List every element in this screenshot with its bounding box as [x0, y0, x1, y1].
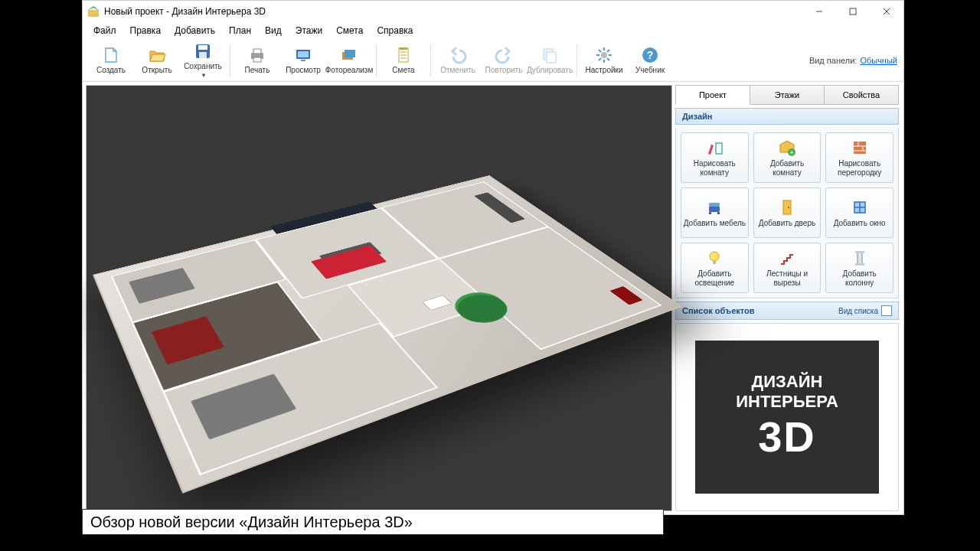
draw-room-button[interactable]: Нарисовать комнату	[681, 132, 749, 183]
design-grid: Нарисовать комнату +Добавить комнату Нар…	[675, 128, 899, 298]
listview-label[interactable]: Вид списка	[838, 307, 878, 315]
svg-rect-8	[199, 52, 207, 58]
draw-partition-button[interactable]: Нарисовать перегородку	[825, 132, 893, 183]
svg-rect-3	[850, 8, 856, 15]
stairs-cutouts-button[interactable]: Лестницы и вырезы	[753, 243, 822, 293]
add-furniture-button[interactable]: Добавить мебель	[681, 187, 749, 238]
svg-rect-11	[253, 57, 261, 62]
svg-rect-7	[198, 45, 207, 50]
titlebar: Новый проект - Дизайн Интерьера 3D	[83, 1, 903, 22]
svg-line-29	[599, 50, 601, 52]
svg-point-49	[788, 207, 789, 208]
svg-rect-54	[713, 261, 716, 264]
svg-rect-10	[253, 49, 261, 54]
add-lighting-button[interactable]: Добавить освещение	[681, 243, 749, 293]
menu-estimate[interactable]: Смета	[330, 24, 369, 37]
menu-file[interactable]: Файл	[87, 24, 122, 37]
add-room-button[interactable]: +Добавить комнату	[753, 132, 822, 183]
menubar: Файл Правка Добавить План Вид Этажи Смет…	[83, 22, 903, 39]
svg-rect-55	[858, 252, 862, 264]
svg-rect-23	[547, 52, 556, 63]
panel-mode-link[interactable]: Обычный	[860, 56, 897, 65]
promo-logo: ДИЗАЙНИНТЕРЬЕРА 3D	[695, 341, 878, 494]
menu-edit[interactable]: Правка	[124, 24, 168, 37]
svg-point-53	[710, 252, 719, 261]
svg-rect-48	[783, 201, 791, 214]
side-panel: Проект Этажи Свойства Дизайн Нарисовать …	[674, 82, 903, 514]
svg-rect-44	[709, 206, 720, 212]
svg-rect-13	[298, 51, 309, 57]
svg-rect-35	[716, 143, 722, 154]
side-tabs: Проект Этажи Свойства	[675, 85, 899, 105]
svg-point-24	[601, 52, 607, 58]
save-button[interactable]: Сохранить▼	[181, 41, 225, 80]
panel-mode-label: Вид панели:	[809, 56, 857, 65]
video-caption: Обзор новой версии «Дизайн Интерьера 3D»	[82, 509, 664, 535]
redo-button: Повторить	[482, 41, 526, 80]
svg-text:?: ?	[647, 49, 654, 61]
maximize-button[interactable]	[836, 1, 870, 22]
toolbar: Создать Открыть Сохранить▼ Печать	[83, 39, 903, 82]
close-button[interactable]	[870, 1, 903, 22]
3d-viewport[interactable]	[86, 85, 672, 511]
tab-project[interactable]: Проект	[675, 85, 750, 105]
tab-properties[interactable]: Свойства	[825, 85, 899, 105]
svg-rect-39	[854, 142, 866, 154]
create-button[interactable]: Создать	[89, 41, 133, 80]
open-button[interactable]: Открыть	[135, 41, 179, 80]
app-icon	[87, 5, 100, 18]
svg-rect-56	[855, 251, 864, 253]
menu-add[interactable]: Добавить	[168, 24, 221, 37]
dropdown-icon: ▼	[201, 72, 207, 79]
svg-rect-16	[345, 50, 355, 57]
manual-button[interactable]: ? Учебник	[628, 41, 672, 80]
application-window: Новый проект - Дизайн Интерьера 3D Файл …	[82, 0, 904, 515]
estimate-button[interactable]: Смета	[381, 41, 426, 80]
design-section-header: Дизайн	[675, 108, 899, 125]
print-button[interactable]: Печать	[235, 41, 279, 80]
listview-icon[interactable]	[881, 305, 892, 316]
add-column-button[interactable]: Добавить колонну	[825, 243, 893, 293]
menu-plan[interactable]: План	[223, 24, 257, 37]
svg-rect-14	[301, 60, 305, 61]
undo-button: Отменить	[436, 41, 480, 80]
svg-line-30	[607, 58, 609, 60]
tab-floors[interactable]: Этажи	[750, 85, 825, 105]
objects-section-header: Список объектов Вид списка	[675, 302, 899, 320]
svg-rect-57	[855, 263, 864, 266]
add-window-button[interactable]: Добавить окно	[825, 187, 893, 238]
menu-help[interactable]: Справка	[371, 24, 419, 37]
svg-rect-46	[709, 212, 711, 214]
minimize-button[interactable]	[802, 1, 836, 22]
preview-button[interactable]: Просмотр	[281, 41, 325, 80]
settings-button[interactable]: Настройки	[582, 41, 626, 80]
window-title: Новый проект - Дизайн Интерьера 3D	[104, 6, 802, 17]
svg-line-32	[599, 58, 601, 60]
duplicate-button: Дублировать	[528, 41, 572, 80]
svg-rect-45	[709, 203, 720, 207]
svg-rect-47	[717, 212, 720, 214]
svg-text:+: +	[790, 149, 794, 156]
svg-rect-0	[88, 10, 99, 17]
add-door-button[interactable]: Добавить дверь	[753, 187, 822, 238]
svg-line-31	[607, 50, 609, 52]
menu-view[interactable]: Вид	[259, 24, 288, 37]
photoreal-button[interactable]: Фотореализм	[327, 41, 371, 80]
svg-rect-18	[400, 47, 407, 50]
promo-area: ДИЗАЙНИНТЕРЬЕРА 3D	[675, 323, 899, 511]
menu-floors[interactable]: Этажи	[289, 24, 328, 37]
